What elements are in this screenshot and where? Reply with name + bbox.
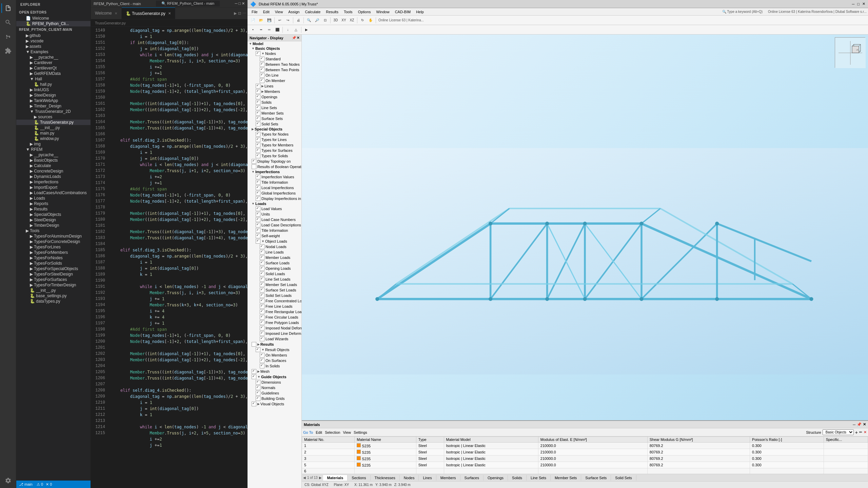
open-editors-section[interactable]: OPEN EDITORS — [16, 9, 91, 16]
folder-tankwebapp[interactable]: ▶ TankWebApp — [16, 98, 91, 103]
nav-on-surfaces[interactable]: On Surfaces — [248, 358, 301, 363]
nav-openings[interactable]: Openings — [248, 94, 301, 100]
nav-dimensions[interactable]: Dimensions — [248, 380, 301, 385]
nav-line-set-loads[interactable]: Line Set Loads — [248, 277, 301, 282]
tab-thicknesses[interactable]: Thicknesses — [371, 475, 400, 481]
nav-guide-objects[interactable]: ▼ Guide Objects — [248, 374, 301, 380]
navigator-tree[interactable]: ▼ Model ▼ Basic Objects ▼ Nodes Standard — [248, 41, 301, 488]
menu-help[interactable]: Help — [413, 9, 427, 15]
tb-zoom-in[interactable]: 🔍 — [305, 17, 313, 24]
tb2-member[interactable]: ═ — [265, 26, 273, 34]
menu-window[interactable]: Window — [374, 9, 392, 15]
close-rfem-icon[interactable]: ✕ — [862, 2, 865, 6]
folder-img[interactable]: ▶ img — [16, 141, 91, 147]
folder-typessolids[interactable]: ▶ TypesForSolids — [16, 261, 91, 266]
folder-loads[interactable]: ▶ Loads — [16, 196, 91, 201]
nav-surface-sets[interactable]: Surface Sets — [248, 116, 301, 121]
tab-openings[interactable]: Openings — [484, 475, 508, 481]
tb-new[interactable]: 📄 — [249, 17, 257, 24]
nav-imperfections[interactable]: ▼ Imperfections — [248, 169, 301, 174]
nav-results[interactable]: ▶ Results — [248, 342, 301, 347]
run-icon[interactable]: ▶ — [234, 11, 237, 16]
folder-rfem[interactable]: ▼ RFEM — [16, 147, 91, 152]
nav-free-conc-loads[interactable]: Free Concentrated Loads — [248, 298, 301, 304]
mat-tb-edit[interactable]: ✏ — [859, 430, 862, 434]
nav-types-solids[interactable]: Types for Solids — [248, 153, 301, 159]
folder-typesmembers[interactable]: ▶ TypesForMembers — [16, 250, 91, 255]
folder-timberdesign[interactable]: ▶ Timber_Design — [16, 103, 91, 109]
nav-nodes-on-line[interactable]: On Line — [248, 73, 301, 78]
file-windowpy[interactable]: 🐍 window.py — [16, 136, 91, 141]
nav-surface-set-loads[interactable]: Surface Set Loads — [248, 287, 301, 293]
nav-global-imperfections[interactable]: Global Imperfections — [248, 190, 301, 196]
menu-assign[interactable]: Assign — [285, 9, 302, 15]
nav-building-grids[interactable]: Building Grids — [248, 396, 301, 401]
folder-examples[interactable]: ▼ Examples — [16, 49, 91, 55]
nav-nodes-two-nodes[interactable]: Between Two Nodes — [248, 62, 301, 67]
source-control-icon[interactable] — [1, 30, 15, 43]
folder-assets[interactable]: ▶ assets — [16, 44, 91, 49]
search-icon[interactable] — [1, 16, 15, 29]
tab-members[interactable]: Members — [436, 475, 460, 481]
tab-welcome[interactable]: Welcome ✕ — [91, 7, 122, 19]
tb2-support[interactable]: △ — [292, 26, 300, 34]
folder-tools[interactable]: ▶ Tools — [16, 228, 91, 233]
mat-settings[interactable]: Settings — [354, 430, 367, 434]
tb-rotate[interactable]: ↻ — [359, 17, 366, 24]
tb2-load[interactable]: ↓ — [284, 26, 292, 34]
folder-typeslines[interactable]: ▶ TypesForLines — [16, 244, 91, 250]
nav-self-weight[interactable]: Self-weight — [248, 233, 301, 239]
page-nav-next[interactable]: ▶ — [319, 476, 322, 480]
settings-icon[interactable] — [1, 474, 15, 487]
tab-surfaces[interactable]: Surfaces — [460, 475, 484, 481]
extensions-icon[interactable] — [1, 44, 15, 58]
tb-view-xz[interactable]: XZ — [348, 17, 356, 24]
tab-line-sets[interactable]: Line Sets — [527, 475, 551, 481]
tb-view-xy[interactable]: XY — [340, 17, 348, 24]
folder-typesspecial[interactable]: ▶ TypesForSpecialObjects — [16, 266, 91, 271]
menu-tools[interactable]: Tools — [341, 9, 355, 15]
nav-free-rect-loads[interactable]: Free Rectangular Loads — [248, 309, 301, 314]
folder-trussgenerator2d[interactable]: ▼ TrussGenerator_2D — [16, 109, 91, 114]
nav-visual-objects[interactable]: ▶ Visual Objects — [248, 401, 301, 407]
folder-getrfemdata[interactable]: ▶ GetRFEMData — [16, 71, 91, 76]
mat-edit[interactable]: Edit — [316, 430, 322, 434]
nav-basic-objects[interactable]: ▼ Basic Objects — [248, 46, 301, 51]
nav-types-nodes[interactable]: Types for Nodes — [248, 131, 301, 137]
mat-view[interactable]: View — [343, 430, 351, 434]
mat-goto[interactable]: Go To — [303, 430, 313, 434]
nav-mesh[interactable]: ▶ Mesh — [248, 369, 301, 374]
nav-nodes-two-points[interactable]: Between Two Points — [248, 67, 301, 73]
menu-results[interactable]: Results — [323, 9, 341, 15]
split-editor-icon[interactable]: ⊡ — [238, 11, 241, 16]
nav-on-members[interactable]: On Members — [248, 352, 301, 358]
folder-hall[interactable]: ▼ Hall — [16, 76, 91, 82]
tab-sections[interactable]: Sections — [348, 475, 370, 481]
folder-typesconcrete[interactable]: ▶ TypesForConcreteDesign — [16, 239, 91, 244]
viewport-minimap[interactable]: +X — [835, 37, 865, 68]
tab-solids[interactable]: Solids — [508, 475, 527, 481]
tb2-surface[interactable]: ⬛ — [274, 26, 281, 34]
folder-typessurfaces[interactable]: ▶ TypesForSurfaces — [16, 277, 91, 282]
nav-opening-loads[interactable]: Opening Loads — [248, 266, 301, 271]
file-init2[interactable]: 🐍 __init__.py — [16, 288, 91, 293]
nav-guidelines[interactable]: Guidelines — [248, 390, 301, 396]
open-file-trussgenerator[interactable]: 🐍RFEM_Python_Cli... — [16, 21, 91, 26]
nav-results-boolean[interactable]: Results of Boolean Operations — [248, 164, 301, 169]
tb-redo[interactable]: ↪ — [284, 17, 292, 24]
tb-view3d[interactable]: 3D — [332, 17, 339, 24]
close-welcome-icon[interactable]: ✕ — [115, 12, 117, 15]
menu-edit[interactable]: Edit — [260, 9, 272, 15]
folder-typesnodes[interactable]: ▶ TypesForNodes — [16, 255, 91, 261]
nav-pin-icon[interactable]: 📌 — [292, 36, 296, 40]
nav-close-icon[interactable]: ✕ — [297, 36, 299, 40]
nav-line-sets[interactable]: Line Sets — [248, 105, 301, 110]
tab-lines[interactable]: Lines — [419, 475, 436, 481]
maximize-icon[interactable]: □ — [857, 2, 860, 6]
nav-model[interactable]: ▼ Model — [248, 41, 301, 46]
tab-trussgenerator[interactable]: 🐍 TrussGenerator.py ✕ — [122, 7, 175, 19]
nav-imposed-line[interactable]: Imposed Line Deformati... — [248, 331, 301, 336]
nav-free-circ-loads[interactable]: Free Circular Loads — [248, 314, 301, 320]
nav-nodes[interactable]: ▼ Nodes — [248, 51, 301, 56]
tb-fit[interactable]: ⊡ — [321, 17, 329, 24]
